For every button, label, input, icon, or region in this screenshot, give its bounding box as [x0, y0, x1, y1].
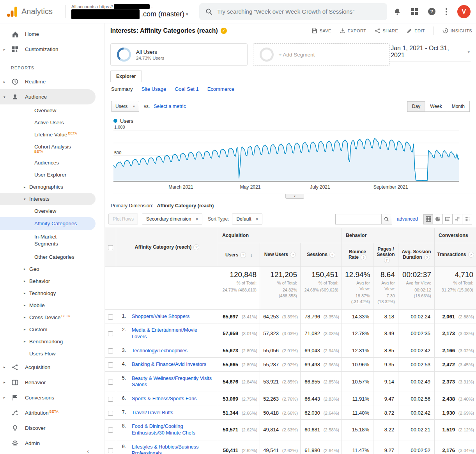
sidebar-item-overview[interactable]: Overview: [0, 205, 104, 217]
chevron-down-icon[interactable]: ▾: [24, 197, 26, 201]
affinity-category-link[interactable]: Travel/Travel Buffs: [132, 410, 173, 416]
sidebar-item-interests[interactable]: ▾Interests: [0, 193, 96, 205]
select-metric-link[interactable]: Select a metric: [154, 104, 186, 109]
help-button[interactable]: ?: [428, 8, 435, 15]
export-button[interactable]: EXPORT: [340, 28, 366, 34]
sidebar-item-active-users[interactable]: Active Users: [0, 117, 104, 129]
chevron-right-icon[interactable]: ▸: [4, 380, 5, 384]
column-header-pages-session[interactable]: Pages / Session?: [373, 243, 398, 267]
dimension-column-header[interactable]: Affinity Category (reach)?: [116, 228, 218, 267]
sidebar-item-user-explorer[interactable]: User Explorer: [0, 169, 104, 181]
chevron-right-icon[interactable]: ▸: [4, 48, 5, 51]
subtab-goal-set-1[interactable]: Goal Set 1: [175, 86, 198, 92]
sidebar-item-affinity-categories[interactable]: Affinity Categories: [0, 217, 96, 230]
column-header-users[interactable]: Users?↓: [218, 243, 260, 267]
sidebar-item-cross-device[interactable]: ▸Cross DeviceBETA: [0, 311, 104, 323]
edit-button[interactable]: EDIT: [407, 28, 425, 34]
chevron-right-icon[interactable]: ▸: [4, 396, 5, 399]
notifications-button[interactable]: [393, 8, 401, 16]
table-search-button[interactable]: [381, 214, 392, 224]
row-checkbox[interactable]: [108, 314, 113, 320]
sidebar-item-in-market-segments[interactable]: In-Market Segments: [0, 230, 104, 251]
sidebar-item-cohort-analysis[interactable]: Cohort AnalysisBETA: [0, 141, 104, 157]
chevron-right-icon[interactable]: ▸: [24, 279, 26, 283]
affinity-category-link[interactable]: Media & Entertainment/Movie Lovers: [132, 327, 213, 340]
affinity-category-link[interactable]: Shoppers/Value Shoppers: [132, 313, 189, 320]
chevron-right-icon[interactable]: ▸: [4, 80, 5, 84]
sort-type-dropdown[interactable]: Default▾: [232, 214, 262, 224]
chevron-right-icon[interactable]: ▸: [24, 339, 26, 343]
chevron-right-icon[interactable]: ▸: [24, 327, 26, 331]
chevron-right-icon[interactable]: ▸: [4, 365, 5, 369]
chevron-right-icon[interactable]: ▸: [24, 291, 26, 295]
secondary-dimension-dropdown[interactable]: Secondary dimension▾: [142, 214, 202, 224]
help-icon[interactable]: ?: [361, 254, 366, 260]
sidebar-item-benchmarking[interactable]: ▸Benchmarking: [0, 336, 104, 348]
add-segment-button[interactable]: + Add Segment: [253, 43, 390, 66]
sidebar-item-custom[interactable]: ▸Custom: [0, 323, 104, 336]
sidebar-item-geo[interactable]: ▸Geo: [0, 263, 104, 275]
global-search[interactable]: [199, 3, 387, 20]
view-pivot-button[interactable]: [462, 214, 472, 224]
row-checkbox[interactable]: [108, 380, 113, 385]
help-icon[interactable]: ?: [384, 257, 390, 263]
view-comparison-button[interactable]: [453, 214, 462, 224]
sidebar-item-lifetime-value[interactable]: Lifetime ValueBETA: [0, 129, 104, 141]
sidebar-item-technology[interactable]: ▸Technology: [0, 287, 104, 299]
sidebar-item-realtime[interactable]: ▸Realtime: [0, 74, 104, 89]
subtab-ecommerce[interactable]: Ecommerce: [207, 86, 234, 92]
affinity-category-link[interactable]: Beauty & Wellness/Frequently Visits Salo…: [132, 375, 213, 388]
search-input[interactable]: [217, 8, 381, 15]
tab-explorer[interactable]: Explorer: [110, 71, 142, 82]
chevron-right-icon[interactable]: ▸: [24, 185, 26, 189]
segment-all-users[interactable]: All Users 24.73% Users: [110, 43, 248, 66]
plot-rows-button[interactable]: Plot Rows: [108, 214, 138, 224]
chevron-right-icon[interactable]: ▸: [24, 315, 26, 319]
property-selector[interactable]: .com (master) ▾: [71, 9, 188, 19]
sidebar-item-behavior[interactable]: ▸Behavior: [0, 375, 104, 390]
breadcrumb-root[interactable]: All accounts: [71, 4, 96, 9]
help-icon[interactable]: ?: [193, 244, 199, 250]
chevron-down-icon[interactable]: ▾: [4, 95, 5, 99]
sidebar-item-demographics[interactable]: ▸Demographics: [0, 181, 104, 193]
date-range-picker[interactable]: Jan 1, 2021 - Oct 31, 2021 ▾: [390, 43, 471, 62]
save-button[interactable]: SAVE: [312, 28, 331, 34]
help-icon[interactable]: ?: [329, 252, 335, 258]
row-checkbox[interactable]: [108, 411, 113, 416]
row-checkbox[interactable]: [108, 331, 113, 336]
chevron-right-icon[interactable]: ▸: [24, 267, 26, 271]
column-header-avg-session-duration[interactable]: Avg. Session Duration?: [398, 243, 435, 267]
avatar[interactable]: V: [457, 5, 471, 18]
row-checkbox[interactable]: [108, 397, 113, 402]
sidebar-item-discover[interactable]: Discover: [0, 420, 104, 436]
sidebar-item-audience[interactable]: ▾Audience: [0, 89, 96, 104]
help-icon[interactable]: ?: [468, 252, 474, 258]
chart-collapse-button[interactable]: ▾: [285, 194, 304, 199]
affinity-category-link[interactable]: Sports & Fitness/Sports Fans: [132, 396, 196, 402]
affinity-category-link[interactable]: Banking & Finance/Avid Investors: [132, 361, 206, 368]
sidebar-item-other-categories[interactable]: Other Categories: [0, 251, 104, 263]
row-checkbox[interactable]: [108, 428, 113, 433]
sidebar-item-audiences[interactable]: Audiences: [0, 157, 104, 169]
row-checkbox[interactable]: [108, 362, 113, 367]
row-checkbox[interactable]: [108, 348, 113, 353]
affinity-category-link[interactable]: Lifestyles & Hobbies/Business Profession…: [132, 444, 213, 454]
granularity-month[interactable]: Month: [447, 101, 470, 112]
sidebar-item-acquisition[interactable]: ▸Acquisition: [0, 360, 104, 375]
advanced-search-link[interactable]: advanced: [397, 216, 418, 222]
insights-button[interactable]: INSIGHTS: [442, 28, 472, 34]
view-table-button[interactable]: [423, 214, 433, 224]
column-header-bounce-rate[interactable]: Bounce Rate?: [342, 243, 373, 267]
apps-grid-button[interactable]: [411, 8, 418, 15]
view-percentage-button[interactable]: [433, 214, 443, 224]
column-header-transactions[interactable]: Transactions?: [435, 243, 476, 267]
column-header-sessions[interactable]: Sessions?: [301, 243, 342, 267]
chart-plot[interactable]: 1,000500: [113, 125, 459, 184]
breadcrumb[interactable]: All accounts › https:// .. .com (master)…: [71, 4, 188, 19]
primary-dimension-value[interactable]: Affinity Category (reach): [157, 203, 214, 208]
sidebar-item-attribution[interactable]: AttributionBETA: [0, 405, 104, 420]
sidebar-item-customization[interactable]: ▸Customization: [0, 42, 104, 57]
sidebar-item-conversions[interactable]: ▸Conversions: [0, 390, 104, 405]
affinity-category-link[interactable]: Food & Dining/Cooking Enthusiasts/30 Min…: [132, 423, 213, 436]
analytics-logo[interactable]: Analytics: [6, 6, 65, 18]
